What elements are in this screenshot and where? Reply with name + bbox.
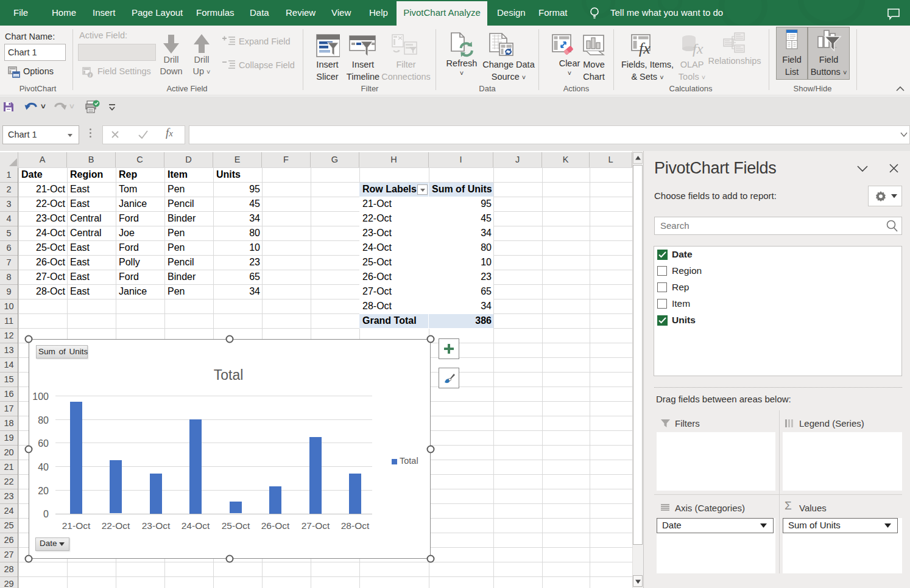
svg-text:fx: fx: [639, 40, 651, 57]
svg-text:fx: fx: [693, 41, 704, 57]
